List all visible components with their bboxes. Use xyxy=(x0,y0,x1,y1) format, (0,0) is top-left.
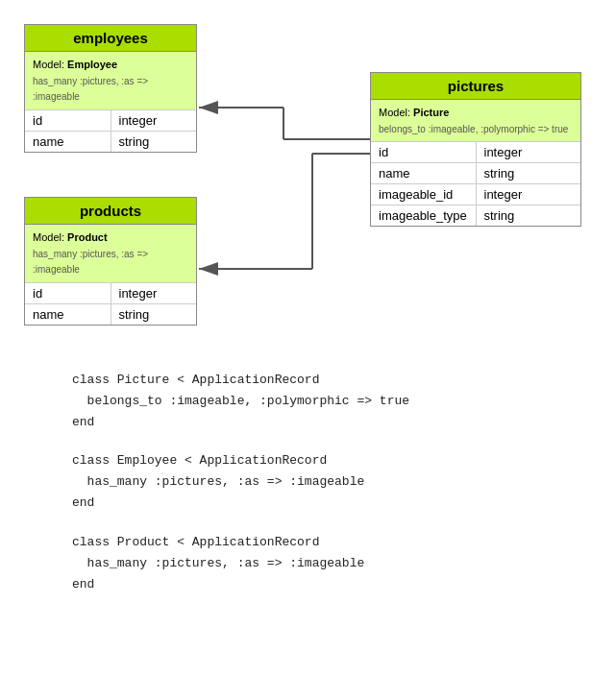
pictures-association: belongs_to :imageable, :polymorphic => t… xyxy=(379,124,568,134)
employees-row-1: name string xyxy=(25,132,196,152)
products-row-1: name string xyxy=(25,304,196,325)
code-block-employee: class Employee < ApplicationRecord has_m… xyxy=(72,450,544,514)
pictures-model-name: Picture xyxy=(413,107,449,118)
pictures-cell-3-0: imageable_type xyxy=(371,205,477,226)
employees-cell-1-1: string xyxy=(111,132,197,152)
products-cell-0-1: integer xyxy=(111,283,197,303)
pictures-row-2: imageable_id integer xyxy=(371,184,580,205)
code-line-picture-3: end xyxy=(72,412,544,433)
employees-cell-0-1: integer xyxy=(111,110,197,131)
table-products: products Model: Product has_many :pictur… xyxy=(24,197,197,326)
employees-header: employees xyxy=(25,25,196,52)
pictures-cell-2-1: integer xyxy=(477,184,581,205)
employees-cell-0-0: id xyxy=(25,110,111,131)
pictures-row-3: imageable_type string xyxy=(371,205,580,226)
code-line-employee-2: has_many :pictures, :as => :imageable xyxy=(72,471,544,493)
code-line-product-2: has_many :pictures, :as => :imageable xyxy=(72,553,544,574)
products-row-0: id integer xyxy=(25,283,196,304)
pictures-model-label: Model: xyxy=(379,107,413,118)
code-block-product: class Product < ApplicationRecord has_ma… xyxy=(72,532,544,595)
pictures-row-0: id integer xyxy=(371,142,580,163)
code-line-product-1: class Product < ApplicationRecord xyxy=(72,532,544,553)
products-cell-0-0: id xyxy=(25,283,111,303)
products-header: products xyxy=(25,198,196,225)
code-line-picture-1: class Picture < ApplicationRecord xyxy=(72,370,544,391)
pictures-cell-0-1: integer xyxy=(477,142,581,162)
pictures-cell-3-1: string xyxy=(477,205,581,226)
diagram-area: employees Model: Employee has_many :pict… xyxy=(14,14,602,341)
code-area: class Picture < ApplicationRecord belong… xyxy=(14,360,602,622)
products-cell-1-1: string xyxy=(111,304,197,325)
code-line-picture-2: belongs_to :imageable, :polymorphic => t… xyxy=(72,391,544,412)
pictures-cell-1-1: string xyxy=(477,163,581,183)
code-line-employee-1: class Employee < ApplicationRecord xyxy=(72,450,544,471)
employees-info: Model: Employee has_many :pictures, :as … xyxy=(25,52,196,110)
products-association: has_many :pictures, :as => :imageable xyxy=(33,249,148,276)
employees-row-0: id integer xyxy=(25,110,196,132)
pictures-header: pictures xyxy=(371,73,580,100)
employees-cell-1-0: name xyxy=(25,132,111,152)
products-cell-1-0: name xyxy=(25,304,111,325)
employees-model-label: Model: xyxy=(33,59,67,70)
products-model-name: Product xyxy=(67,231,108,243)
pictures-cell-0-0: id xyxy=(371,142,477,162)
code-block-picture: class Picture < ApplicationRecord belong… xyxy=(72,370,544,433)
table-employees: employees Model: Employee has_many :pict… xyxy=(24,24,197,153)
code-line-employee-3: end xyxy=(72,493,544,514)
pictures-cell-1-0: name xyxy=(371,163,477,183)
code-line-product-3: end xyxy=(72,574,544,595)
table-pictures: pictures Model: Picture belongs_to :imag… xyxy=(370,72,581,227)
pictures-row-1: name string xyxy=(371,163,580,184)
pictures-info: Model: Picture belongs_to :imageable, :p… xyxy=(371,100,580,142)
products-model-label: Model: xyxy=(33,231,67,243)
employees-model-name: Employee xyxy=(67,59,117,70)
products-info: Model: Product has_many :pictures, :as =… xyxy=(25,225,196,283)
pictures-cell-2-0: imageable_id xyxy=(371,184,477,205)
employees-association: has_many :pictures, :as => :imageable xyxy=(33,76,148,103)
